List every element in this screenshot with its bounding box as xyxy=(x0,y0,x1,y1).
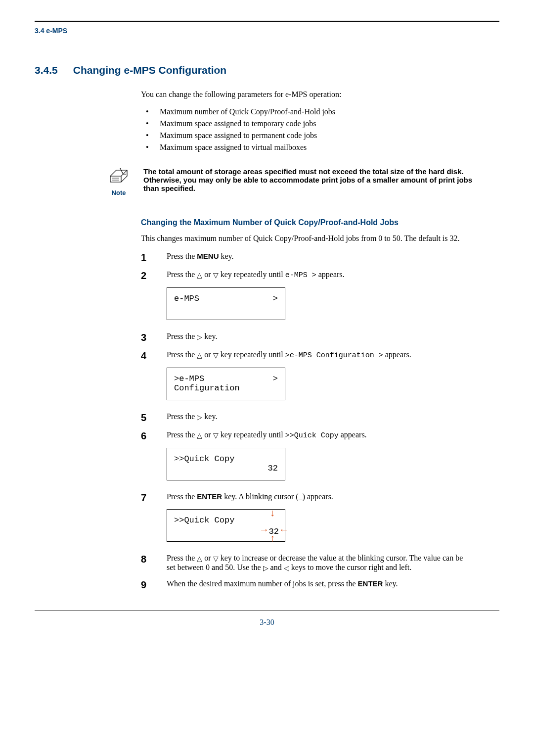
step-5: 5 Press the ▷ key. xyxy=(141,412,480,424)
down-icon: ▽ xyxy=(213,555,219,563)
step-4: 4 Press the △ or ▽ key repeatedly until … xyxy=(141,350,480,405)
heading: 3.4.5 Changing e-MPS Configuration xyxy=(35,64,499,76)
lcd-line1: >e-MPS xyxy=(174,374,204,383)
text: or xyxy=(202,270,213,279)
right-icon: ▷ xyxy=(197,414,202,421)
lcd-line1: >>Quick Copy xyxy=(174,454,278,464)
step-8: 8 Press the △ or ▽ key to increase or de… xyxy=(141,554,480,572)
step-number: 7 xyxy=(141,492,152,504)
text: Press the xyxy=(167,554,197,562)
step-9: 9 When the desired maximum number of job… xyxy=(141,579,480,591)
note-caption: Note xyxy=(104,189,134,196)
text: Press the xyxy=(167,492,197,501)
text: or xyxy=(202,554,213,562)
down-icon: ▽ xyxy=(213,352,219,359)
enter-key: ENTER xyxy=(197,492,222,501)
cursor-arrow-icon: ↑ xyxy=(269,534,275,544)
bullet-item: Maximum space assigned to virtual mailbo… xyxy=(141,142,480,153)
text: key. A blinking cursor (_) appears. xyxy=(222,492,333,501)
mono-text: >>Quick Copy xyxy=(285,431,339,440)
step-2: 2 Press the △ or ▽ key repeatedly until … xyxy=(141,270,480,325)
note-block: Note The total amount of storage areas s… xyxy=(104,167,499,196)
cursor-arrow-icon: → xyxy=(261,525,267,535)
down-icon: ▽ xyxy=(213,432,219,439)
lcd-line2: Configuration xyxy=(174,383,278,393)
mono-text: >e-MPS Configuration > xyxy=(285,351,383,360)
text: appears. xyxy=(339,430,367,439)
text: key repeatedly until xyxy=(219,430,285,439)
text: Press the xyxy=(167,270,197,279)
text: keys to move the cursor right and left. xyxy=(289,563,412,571)
sub-text: This changes maximum number of Quick Cop… xyxy=(141,234,480,243)
page-number: 3-30 xyxy=(35,618,499,627)
text: Press the xyxy=(167,350,197,359)
text: When the desired maximum number of jobs … xyxy=(167,579,358,588)
bullet-item: Maximum space assigned to temporary code… xyxy=(141,118,480,130)
text: key. xyxy=(219,252,234,260)
bullet-item: Maximum space assigned to permanent code… xyxy=(141,130,480,142)
right-icon: ▷ xyxy=(263,565,268,572)
text: Press the xyxy=(167,252,197,260)
text: or xyxy=(202,430,213,439)
step-number: 5 xyxy=(141,412,152,424)
step-number: 2 xyxy=(141,270,152,282)
text: Press the xyxy=(167,332,197,340)
heading-number: 3.4.5 xyxy=(35,64,70,76)
up-icon: △ xyxy=(197,352,202,359)
step-number: 6 xyxy=(141,430,152,442)
text: Press the xyxy=(167,430,197,439)
text: Press the xyxy=(167,412,197,421)
step-1: 1 Press the MENU key. xyxy=(141,252,480,263)
left-icon: ◁ xyxy=(284,565,289,572)
lcd-display-blinking: >>Quick Copy 32 ↓ ← ↑ → xyxy=(167,509,285,542)
bullet-item: Maximum number of Quick Copy/Proof-and-H… xyxy=(141,106,480,118)
lcd-line2-right: 32 xyxy=(268,464,278,473)
lcd-display: e-MPS> xyxy=(167,287,285,320)
cursor-arrow-icon: ↓ xyxy=(269,509,275,519)
step-7: 7 Press the ENTER key. A blinking cursor… xyxy=(141,492,480,547)
text: key repeatedly until xyxy=(219,350,285,359)
text: appears. xyxy=(316,270,345,279)
sub-heading: Changing the Maximum Number of Quick Cop… xyxy=(141,218,480,227)
text: appears. xyxy=(383,350,411,359)
step-3: 3 Press the ▷ key. xyxy=(141,332,480,343)
text: or xyxy=(202,350,213,359)
up-icon: △ xyxy=(197,432,202,439)
note-icon xyxy=(108,167,129,188)
lcd-display: >e-MPS> Configuration xyxy=(167,368,285,400)
note-text: The total amount of storage areas specif… xyxy=(143,167,499,192)
step-number: 3 xyxy=(141,332,152,343)
up-icon: △ xyxy=(197,555,202,563)
text: key repeatedly until xyxy=(219,270,285,279)
right-icon: ▷ xyxy=(197,333,202,341)
lcd-display: >>Quick Copy 32 xyxy=(167,448,285,480)
intro-text: You can change the following parameters … xyxy=(141,90,480,99)
text: and xyxy=(268,563,284,571)
down-icon: ▽ xyxy=(213,272,219,279)
text: key. xyxy=(383,579,398,588)
step-number: 9 xyxy=(141,579,152,591)
heading-title: Changing e-MPS Configuration xyxy=(73,64,226,76)
lcd-line1: >>Quick Copy xyxy=(174,516,278,525)
mono-text: e-MPS > xyxy=(285,271,316,280)
text: key. xyxy=(202,412,217,421)
cursor-arrow-icon: ← xyxy=(281,525,287,535)
up-icon: △ xyxy=(197,272,202,279)
step-number: 4 xyxy=(141,350,152,362)
lcd-line1-right: > xyxy=(273,374,278,383)
step-6: 6 Press the △ or ▽ key repeatedly until … xyxy=(141,430,480,485)
step-number: 8 xyxy=(141,554,152,565)
section-ref: 3.4 e-MPS xyxy=(35,27,499,35)
bullet-list: Maximum number of Quick Copy/Proof-and-H… xyxy=(141,106,480,153)
menu-key: MENU xyxy=(197,252,219,260)
enter-key: ENTER xyxy=(358,579,383,588)
text: key. xyxy=(202,332,217,340)
step-number: 1 xyxy=(141,252,152,263)
lcd-line1-right: > xyxy=(273,294,278,303)
lcd-line1: e-MPS xyxy=(174,294,199,303)
